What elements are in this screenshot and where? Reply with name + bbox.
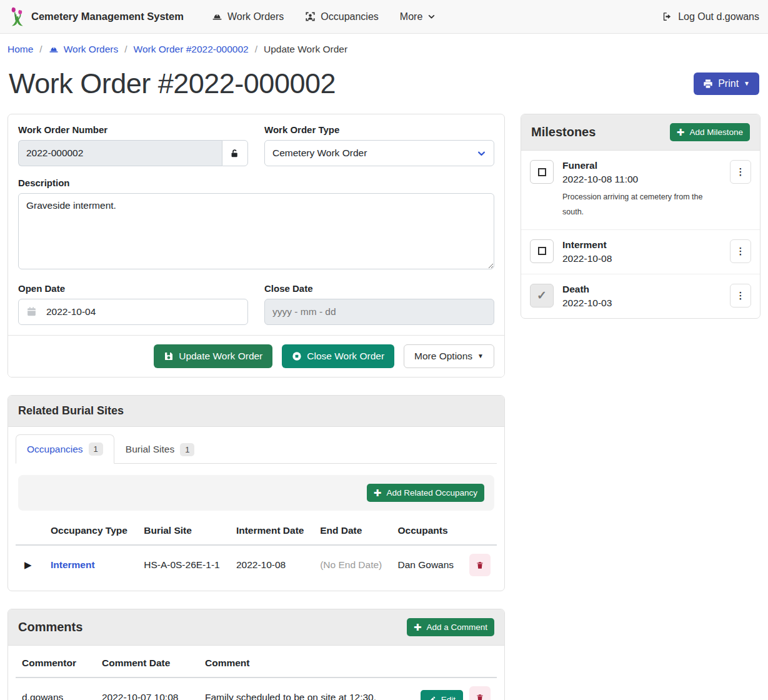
- add-milestone-button[interactable]: ✚ Add Milestone: [670, 123, 750, 141]
- expand-row-button[interactable]: ▶: [22, 558, 34, 572]
- add-related-occupancy-label: Add Related Occupancy: [386, 488, 477, 498]
- add-related-occupancy-button[interactable]: ✚ Add Related Occupancy: [367, 484, 484, 502]
- close-date-input[interactable]: [264, 299, 494, 325]
- milestone-menu-button[interactable]: ⋮: [730, 284, 751, 308]
- milestone-checkbox-unchecked[interactable]: [530, 239, 554, 263]
- occupancy-row: ▶ Interment HS-A-0S-26E-1-1 2022-10-08 (…: [16, 545, 497, 584]
- delete-occupancy-button[interactable]: [469, 554, 491, 576]
- col-comment-date: Comment Date: [96, 649, 199, 678]
- comments-card: Comments ✚ Add a Comment Commentor Comme…: [7, 609, 505, 700]
- milestone-title: Death: [562, 284, 721, 295]
- description-textarea[interactable]: Graveside interment.: [18, 193, 494, 269]
- milestone-menu-button[interactable]: ⋮: [730, 239, 751, 263]
- form-actions: Update Work Order Close Work Order More …: [8, 335, 504, 377]
- add-milestone-label: Add Milestone: [689, 128, 743, 137]
- checkbox-square-icon: [538, 168, 546, 176]
- page-title: Work Order #2022-000002: [9, 68, 336, 100]
- col-occupancy-type: Occupancy Type: [44, 517, 137, 545]
- app-brand[interactable]: Cemetery Management System: [9, 6, 184, 28]
- tab-occupancies[interactable]: Occupancies 1: [16, 434, 114, 464]
- related-burial-sites-card: Related Burial Sites Occupancies 1 Buria…: [7, 395, 505, 591]
- kebab-icon: ⋮: [736, 246, 746, 257]
- hard-hat-icon: [212, 11, 222, 22]
- breadcrumb-current: Update Work Order: [264, 44, 347, 55]
- related-tabs: Occupancies 1 Burial Sites 1: [16, 434, 497, 464]
- description-label: Description: [18, 178, 494, 188]
- nav-work-orders[interactable]: Work Orders: [212, 11, 284, 22]
- breadcrumb-work-order[interactable]: Work Order #2022-000002: [134, 44, 249, 55]
- chevron-down-icon: [477, 149, 486, 158]
- col-end-date: End Date: [314, 517, 391, 545]
- comments-title: Comments: [18, 620, 82, 634]
- milestone-checkbox-unchecked[interactable]: [530, 160, 554, 184]
- milestone-date: 2022-10-03: [562, 298, 721, 309]
- occupants-cell: Dan Gowans: [392, 545, 464, 584]
- work-order-form-card: Work Order Number: [7, 114, 505, 378]
- print-button[interactable]: Print ▼: [694, 72, 759, 95]
- work-order-number-input[interactable]: [18, 140, 222, 166]
- work-order-type-value: Cemetery Work Order: [272, 148, 367, 159]
- milestone-date: 2022-10-08 11:00: [562, 174, 721, 185]
- work-order-number-label: Work Order Number: [18, 124, 248, 135]
- unlock-button[interactable]: [222, 140, 248, 166]
- milestone-description: Procession arriving at cemetery from the…: [562, 190, 706, 220]
- breadcrumb-separator: /: [255, 44, 257, 55]
- edit-comment-button[interactable]: Edit: [421, 690, 463, 700]
- related-burial-sites-title: Related Burial Sites: [18, 404, 124, 418]
- breadcrumb-work-orders[interactable]: Work Orders: [49, 44, 119, 55]
- milestone-menu-button[interactable]: ⋮: [730, 160, 751, 184]
- trash-icon: [476, 561, 484, 570]
- printer-icon: [703, 79, 713, 89]
- breadcrumb: Home / Work Orders / Work Order #2022-00…: [0, 34, 768, 61]
- work-order-type-select[interactable]: Cemetery Work Order: [264, 140, 494, 166]
- milestone-item: Funeral 2022-10-08 11:00 Procession arri…: [521, 151, 760, 229]
- add-comment-button[interactable]: ✚ Add a Comment: [407, 618, 494, 636]
- col-interment-date: Interment Date: [230, 517, 314, 545]
- logout-button[interactable]: Log Out d.gowans: [662, 11, 759, 22]
- nav-occupancies[interactable]: Occupancies: [305, 11, 379, 22]
- tulip-logo-icon: [9, 6, 25, 28]
- milestone-title: Interment: [562, 239, 721, 251]
- tab-burial-sites[interactable]: Burial Sites 1: [114, 434, 206, 464]
- milestone-item: Interment 2022-10-08 ⋮: [521, 229, 760, 274]
- milestone-title: Funeral: [562, 160, 721, 171]
- col-commentor: Commentor: [16, 649, 96, 678]
- milestone-checkbox-checked[interactable]: ✓: [530, 284, 554, 308]
- nav-work-orders-label: Work Orders: [227, 11, 284, 22]
- checkmark-icon: ✓: [537, 289, 547, 301]
- milestones-card: Milestones ✚ Add Milestone Funeral 2022-…: [521, 114, 761, 319]
- close-work-order-label: Close Work Order: [307, 351, 384, 362]
- tab-burial-sites-label: Burial Sites: [126, 444, 174, 455]
- milestones-title: Milestones: [531, 125, 596, 139]
- occupancy-type-link[interactable]: Interment: [51, 559, 95, 570]
- plus-icon: ✚: [677, 128, 685, 137]
- related-burial-sites-header: Related Burial Sites: [8, 396, 504, 427]
- nav-more[interactable]: More: [400, 11, 436, 22]
- breadcrumb-separator: /: [124, 44, 127, 55]
- col-comment: Comment: [199, 649, 414, 678]
- occupant-frame-icon: [305, 11, 316, 22]
- close-work-order-button[interactable]: Close Work Order: [282, 344, 394, 368]
- update-work-order-button[interactable]: Update Work Order: [154, 344, 272, 368]
- stop-circle-icon: [292, 351, 302, 361]
- kebab-icon: ⋮: [736, 166, 746, 178]
- more-options-button[interactable]: More Options ▼: [404, 344, 494, 368]
- breadcrumb-home[interactable]: Home: [7, 44, 33, 55]
- app-title: Cemetery Management System: [31, 11, 184, 22]
- breadcrumb-separator: /: [39, 44, 42, 55]
- interment-date-cell: 2022-10-08: [230, 545, 314, 584]
- open-date-input[interactable]: [18, 299, 248, 325]
- occupancies-table: Occupancy Type Burial Site Interment Dat…: [16, 517, 497, 584]
- milestone-date: 2022-10-08: [562, 253, 721, 264]
- commentor-cell: d.gowans: [16, 678, 96, 700]
- chevron-down-icon: [427, 12, 436, 21]
- trash-icon: [476, 693, 484, 700]
- delete-comment-button[interactable]: [469, 686, 491, 700]
- nav-occupancies-label: Occupancies: [321, 11, 379, 22]
- comments-header: Comments ✚ Add a Comment: [8, 609, 504, 646]
- open-date-label: Open Date: [18, 283, 248, 294]
- checkbox-square-icon: [538, 247, 546, 255]
- logout-label: Log Out d.gowans: [678, 11, 759, 22]
- plus-icon: ✚: [414, 622, 422, 632]
- more-options-label: More Options: [414, 351, 472, 362]
